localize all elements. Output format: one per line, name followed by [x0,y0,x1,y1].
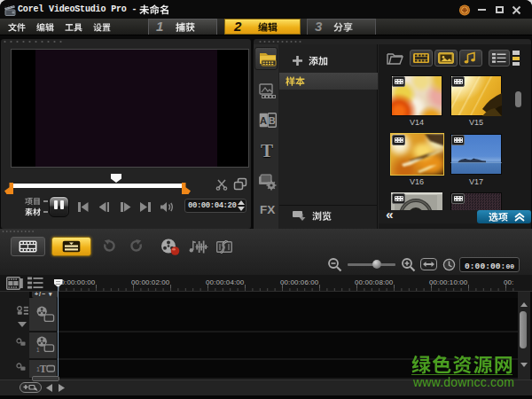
svg-text:1: 1 [36,347,40,353]
svg-text:B: B [269,115,276,126]
svg-text:T: T [40,363,47,374]
svg-text:A: A [260,115,267,126]
